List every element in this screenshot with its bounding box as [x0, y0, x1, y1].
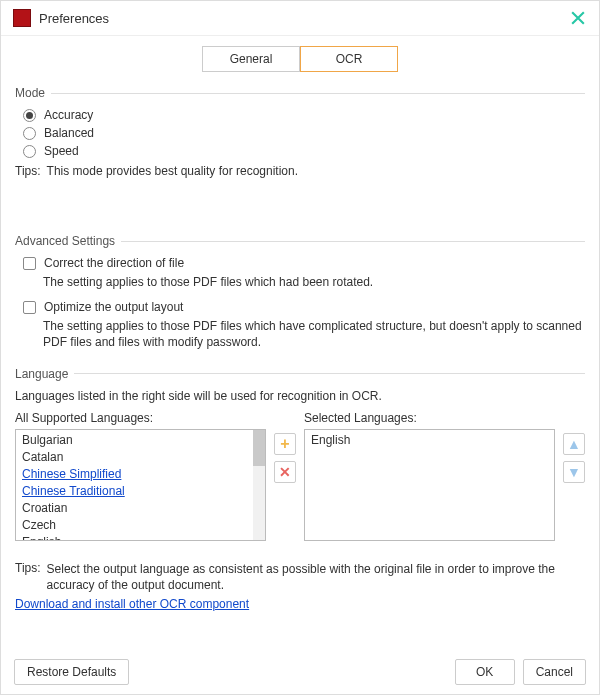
list-item[interactable]: Croatian [16, 500, 265, 517]
list-item[interactable]: Chinese Traditional [16, 483, 265, 500]
optimize-layout-desc: The setting applies to those PDF files w… [43, 318, 585, 350]
language-tips-text: Select the output language as consistent… [47, 561, 585, 593]
plus-icon: + [280, 436, 289, 452]
checkbox-correct-direction-label[interactable]: Correct the direction of file [44, 256, 184, 270]
language-section: Language Languages listed in the right s… [15, 367, 585, 611]
radio-balanced-label[interactable]: Balanced [44, 126, 94, 140]
scrollbar[interactable] [253, 430, 265, 540]
tab-ocr[interactable]: OCR [300, 46, 398, 72]
radio-accuracy[interactable] [23, 109, 36, 122]
checkbox-correct-direction[interactable] [23, 257, 36, 270]
ok-button[interactable]: OK [455, 659, 515, 685]
all-languages-listbox[interactable]: BulgarianCatalanChinese SimplifiedChines… [15, 429, 266, 541]
close-button[interactable] [569, 9, 587, 27]
move-up-button[interactable]: ▲ [563, 433, 585, 455]
list-item[interactable]: Chinese Simplified [16, 466, 265, 483]
mode-tips-label: Tips: [15, 164, 41, 178]
radio-speed[interactable] [23, 145, 36, 158]
list-item[interactable]: Catalan [16, 449, 265, 466]
mode-section: Mode Accuracy Balanced Speed Tips: This … [15, 86, 585, 178]
list-item[interactable]: Bulgarian [16, 432, 265, 449]
x-icon: ✕ [279, 465, 291, 479]
window-title: Preferences [39, 11, 109, 26]
selected-languages-header: Selected Languages: [304, 411, 555, 425]
remove-language-button[interactable]: ✕ [274, 461, 296, 483]
language-desc: Languages listed in the right side will … [15, 389, 585, 403]
selected-languages-listbox[interactable]: English [304, 429, 555, 541]
mode-legend: Mode [15, 86, 51, 100]
advanced-legend: Advanced Settings [15, 234, 121, 248]
checkbox-optimize-layout-label[interactable]: Optimize the output layout [44, 300, 183, 314]
restore-defaults-button[interactable]: Restore Defaults [14, 659, 129, 685]
radio-balanced[interactable] [23, 127, 36, 140]
advanced-section: Advanced Settings Correct the direction … [15, 234, 585, 351]
radio-accuracy-label[interactable]: Accuracy [44, 108, 93, 122]
cancel-button[interactable]: Cancel [523, 659, 586, 685]
radio-speed-label[interactable]: Speed [44, 144, 79, 158]
app-icon [13, 9, 31, 27]
add-language-button[interactable]: + [274, 433, 296, 455]
arrow-down-icon: ▼ [567, 465, 581, 479]
close-icon [571, 11, 585, 25]
tabs: General OCR [1, 46, 599, 72]
download-ocr-link[interactable]: Download and install other OCR component [15, 597, 249, 611]
correct-direction-desc: The setting applies to those PDF files w… [43, 274, 585, 290]
arrow-up-icon: ▲ [567, 437, 581, 451]
list-item[interactable]: English [305, 432, 554, 449]
language-tips-label: Tips: [15, 561, 41, 593]
move-down-button[interactable]: ▼ [563, 461, 585, 483]
tab-general[interactable]: General [202, 46, 300, 72]
titlebar: Preferences [1, 1, 599, 36]
all-languages-header: All Supported Languages: [15, 411, 266, 425]
checkbox-optimize-layout[interactable] [23, 301, 36, 314]
list-item[interactable]: Czech [16, 517, 265, 534]
mode-tips-text: This mode provides best quality for reco… [47, 164, 585, 178]
list-item[interactable]: English [16, 534, 265, 541]
footer: Restore Defaults OK Cancel [0, 649, 600, 695]
language-legend: Language [15, 367, 74, 381]
